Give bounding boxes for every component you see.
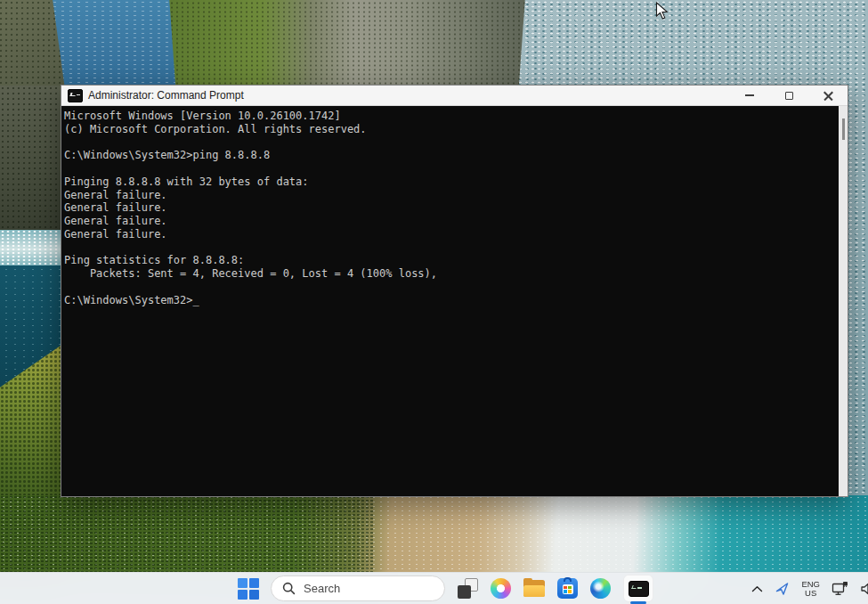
mouse-cursor-icon — [655, 2, 669, 24]
desktop: Administrator: Command Prompt Microsoft … — [0, 0, 868, 604]
search-placeholder: Search — [304, 582, 340, 595]
edge-browser-button[interactable] — [590, 578, 611, 599]
terminal-line: General failure. — [64, 228, 839, 241]
speaker-icon — [860, 582, 868, 596]
task-view-icon — [458, 578, 478, 599]
file-explorer-button[interactable] — [523, 580, 545, 597]
maximize-button[interactable] — [769, 86, 808, 105]
system-tray: ENG US — [751, 573, 868, 604]
location-indicator-button[interactable] — [775, 582, 790, 596]
chevron-up-icon — [751, 585, 763, 592]
terminal-line — [64, 136, 839, 150]
command-prompt-icon — [629, 581, 649, 597]
terminal-line: (c) Microsoft Corporation. All rights re… — [64, 123, 839, 136]
folder-icon — [523, 580, 545, 597]
language-line1: ENG — [801, 580, 820, 589]
terminal-cursor: _ — [193, 294, 199, 307]
windows-logo-icon — [238, 578, 258, 599]
titlebar[interactable]: Administrator: Command Prompt — [61, 86, 848, 106]
command-prompt-icon — [68, 89, 83, 102]
copilot-icon — [491, 578, 511, 599]
taskbar-center: Search — [238, 573, 653, 604]
start-button[interactable] — [238, 578, 258, 599]
terminal-line: Ping statistics for 8.8.8.8: — [64, 254, 839, 267]
search-icon — [282, 582, 296, 595]
terminal-scrollbar[interactable] — [839, 106, 848, 496]
maximize-icon — [785, 92, 793, 100]
terminal-output[interactable]: Microsoft Windows [Version 10.0.26100.17… — [61, 106, 839, 496]
terminal-line: Pinging 8.8.8.8 with 32 bytes of data: — [64, 175, 839, 189]
wallpaper-beach-vegetation — [0, 495, 374, 575]
volume-button[interactable] — [860, 582, 868, 596]
scrollbar-thumb[interactable] — [842, 118, 845, 140]
terminal-line — [64, 281, 839, 294]
terminal-line: General failure. — [64, 201, 839, 215]
terminal-line: General failure. — [64, 215, 839, 228]
command-prompt-window: Administrator: Command Prompt Microsoft … — [61, 85, 848, 497]
store-bag-icon — [557, 578, 578, 599]
close-icon — [823, 91, 833, 101]
terminal-line: Microsoft Windows [Version 10.0.26100.17… — [64, 110, 839, 123]
window-controls — [730, 86, 848, 105]
task-view-button[interactable] — [458, 578, 478, 599]
copilot-button[interactable] — [491, 578, 511, 599]
language-line2: US — [805, 589, 816, 598]
terminal-line: C:\Windows\System32>ping 8.8.8.8 — [64, 149, 839, 162]
taskbar: Search — [0, 572, 868, 604]
language-indicator[interactable]: ENG US — [801, 580, 820, 598]
close-button[interactable] — [808, 86, 848, 105]
tray-chevron-button[interactable] — [751, 585, 763, 592]
wallpaper-rock-left — [0, 86, 61, 241]
terminal-line — [64, 241, 839, 255]
network-ethernet-icon — [831, 581, 848, 596]
window-title: Administrator: Command Prompt — [88, 89, 244, 102]
minimize-button[interactable] — [730, 86, 769, 105]
search-input[interactable]: Search — [271, 575, 445, 601]
minimize-icon — [745, 94, 754, 96]
command-prompt-taskbar-button[interactable] — [623, 575, 653, 602]
network-button[interactable] — [831, 581, 848, 596]
location-arrow-icon — [775, 582, 790, 596]
terminal-line: Packets: Sent = 4, Received = 0, Lost = … — [64, 267, 839, 281]
edge-icon — [590, 578, 611, 599]
terminal-line: General failure. — [64, 189, 839, 202]
wallpaper-cliff-middle — [169, 0, 525, 96]
terminal-prompt: C:\Windows\System32> — [64, 294, 193, 307]
microsoft-store-button[interactable] — [557, 578, 578, 599]
terminal-line — [64, 162, 839, 175]
